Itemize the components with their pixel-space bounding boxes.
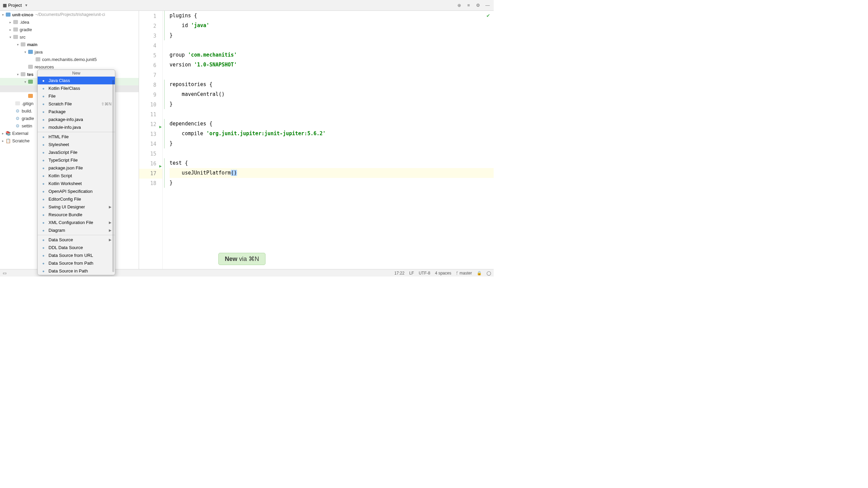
popup-item-label: TypeScript File [48,158,78,163]
code-content[interactable]: plugins { id 'java' } group 'com.mechani… [167,11,494,269]
chevron-right-icon[interactable]: ▸ [0,131,5,135]
fold-strip [163,11,167,269]
popup-item[interactable]: ●package-info.java [38,116,115,123]
settings-gear-icon[interactable]: ⚙ [475,2,481,9]
file-type-icon: ● [40,134,46,140]
tree-item-idea[interactable]: ▸ .idea [0,18,139,26]
popup-item-label: package-info.java [48,117,83,122]
popup-item[interactable]: ●Data Source from URL [38,251,115,259]
file-type-icon: ● [40,94,46,99]
new-file-popup: New ●Java Class●Kotlin File/Class●File●S… [37,69,115,275]
chevron-down-icon[interactable]: ▾ [22,50,28,54]
submenu-arrow-icon: ▶ [109,221,112,224]
chevron-down-icon[interactable]: ▾ [15,43,20,46]
tree-item-java[interactable]: ▾ java [0,48,139,56]
line-gutter: 1234 5678 91011 12▶ 131415 16▶ 1718 [139,11,163,269]
chevron-down-icon[interactable]: ▾ [22,80,28,84]
tool-window-icon[interactable]: ▭ [3,271,9,276]
project-icon: ▦ [3,3,7,8]
popup-item[interactable]: ●DDL Data Source [38,244,115,251]
file-type-icon: ● [40,228,46,233]
popup-item[interactable]: ●package.json File [38,164,115,172]
popup-item-label: DDL Data Source [48,245,83,250]
popup-item[interactable]: ●Swing UI Designer▶ [38,203,115,211]
popup-item[interactable]: ●XML Configuration File▶ [38,219,115,226]
popup-item[interactable]: ●Diagram▶ [38,226,115,234]
chevron-down-icon[interactable]: ▾ [7,35,13,39]
chevron-right-icon[interactable]: ▸ [7,20,13,24]
popup-item[interactable]: ●Scratch File⇧⌘N [38,100,115,108]
file-type-icon: ● [40,173,46,179]
popup-item[interactable]: ●Stylesheet [38,141,115,148]
project-label[interactable]: Project [8,3,22,8]
status-line-sep[interactable]: LF [409,271,414,276]
popup-item[interactable]: ●JavaScript File [38,148,115,156]
file-type-icon: ● [40,101,46,107]
popup-item-label: module-info.java [48,125,81,130]
popup-item-label: Kotlin Script [48,173,72,178]
popup-item[interactable]: ●EditorConfig File [38,195,115,203]
file-type-icon: ● [40,165,46,171]
popup-item[interactable]: ●TypeScript File [38,156,115,164]
expand-all-icon[interactable]: ≡ [465,2,472,9]
collapse-icon[interactable]: — [484,2,491,9]
popup-item-label: JavaScript File [48,150,77,155]
chevron-down-icon[interactable]: ▾ [15,73,20,76]
popup-title: New [38,70,115,77]
popup-item[interactable]: ●HTML File [38,133,115,141]
popup-item[interactable]: ●Resource Bundle [38,211,115,219]
popup-item-label: Data Source [48,237,73,242]
file-type-icon: ● [40,204,46,210]
popup-item[interactable]: ●Package [38,108,115,116]
select-opened-file-icon[interactable]: ⊕ [456,2,462,9]
popup-item[interactable]: ●Kotlin Script [38,172,115,180]
file-type-icon: ● [40,181,46,186]
shortcut-tooltip: New via ⌘N [218,253,265,265]
popup-item-label: File [48,94,56,99]
popup-item[interactable]: ●module-info.java [38,123,115,131]
tree-item-gradle[interactable]: ▸ gradle [0,26,139,33]
chevron-right-icon[interactable]: ▸ [0,139,5,143]
status-git-branch[interactable]: ᚶ master [456,271,472,276]
submenu-arrow-icon: ▶ [109,238,112,242]
popup-item[interactable]: ●Kotlin File/Class [38,84,115,92]
popup-item[interactable]: ●OpenAPI Specification [38,187,115,195]
file-type-icon: ● [40,212,46,218]
popup-item[interactable]: ●Data Source▶ [38,236,115,244]
file-type-icon: ● [40,109,46,115]
submenu-arrow-icon: ▶ [109,205,112,209]
popup-item-label: Java Class [48,78,70,83]
popup-item-label: Data Source from Path [48,261,93,266]
inspection-ok-icon[interactable]: ✔ [486,13,490,18]
file-type-icon: ● [40,237,46,243]
popup-item[interactable]: ●Kotlin Worksheet [38,180,115,187]
popup-item[interactable]: ●File [38,92,115,100]
popup-item-label: XML Configuration File [48,220,93,225]
status-time: 17:22 [394,271,405,276]
popup-item[interactable]: ●Data Source in Path [38,267,115,275]
popup-item-label: Kotlin File/Class [48,86,80,91]
popup-item-label: Data Source in Path [48,268,88,273]
tree-root[interactable]: ▾ unit-cinco ~/Documents/Projects/trisha… [0,11,139,18]
status-notifications-icon[interactable]: ◯ [487,271,491,276]
popup-item-label: Scratch File [48,101,72,106]
tree-item-package[interactable]: com.mechanitis.demo.junit5 [0,56,139,63]
chevron-down-icon[interactable]: ▾ [0,13,5,17]
file-type-icon: ● [40,158,46,163]
popup-item[interactable]: ●Java Class [38,77,115,84]
popup-shortcut: ⇧⌘N [101,102,112,106]
tree-item-src[interactable]: ▾ src [0,33,139,41]
status-lock-icon[interactable]: 🔒 [477,271,482,276]
project-dropdown-arrow[interactable]: ▼ [24,3,28,7]
popup-item-label: Swing UI Designer [48,204,85,209]
status-indent[interactable]: 4 spaces [435,271,451,276]
popup-item-label: Resource Bundle [48,212,82,217]
chevron-right-icon[interactable]: ▸ [7,28,13,32]
popup-item[interactable]: ●Data Source from Path [38,259,115,267]
status-encoding[interactable]: UTF-8 [419,271,430,276]
code-editor[interactable]: 1234 5678 91011 12▶ 131415 16▶ 1718 plug… [139,11,494,269]
popup-scrollbar[interactable] [112,80,114,272]
popup-item-label: package.json File [48,165,83,170]
popup-item-label: HTML File [48,134,68,139]
tree-item-main[interactable]: ▾ main [0,41,139,48]
